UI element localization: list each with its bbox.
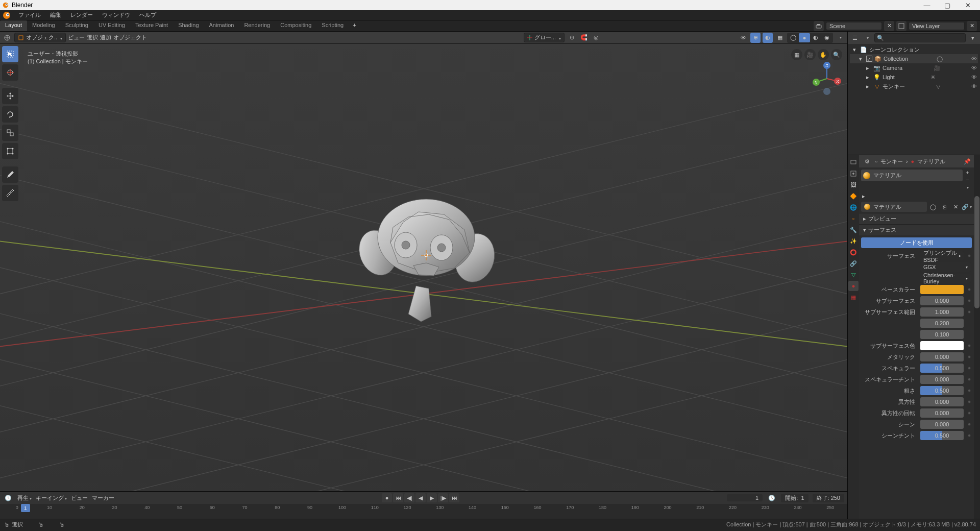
window-maximize-button[interactable]: ▢ — [937, 2, 958, 9]
gizmo-toggle-icon[interactable]: ⊕ — [750, 33, 761, 43]
specular-tint-slider[interactable]: 0.000 — [920, 375, 964, 384]
frame-start-field[interactable]: 開始: 1 — [781, 494, 808, 502]
viewlayer-name-field[interactable]: View Layer — [909, 22, 965, 30]
panel-surface[interactable]: ▾ サーフェス — [859, 224, 974, 235]
props-tab-particles[interactable]: ✨ — [848, 236, 859, 246]
outliner-editor-type-icon[interactable]: ☰ — [850, 33, 860, 43]
props-tab-texture[interactable]: ▦ — [848, 292, 859, 302]
jump-next-key-icon[interactable]: |▶ — [438, 493, 448, 502]
toggle-camera-icon[interactable]: 🎥 — [804, 49, 816, 60]
disclosure-icon[interactable]: ▸ — [864, 74, 871, 81]
visibility-icon[interactable]: 👁 — [738, 33, 748, 43]
roughness-slider[interactable]: 0.500 — [920, 386, 964, 395]
pivot-icon[interactable]: ⊙ — [567, 33, 577, 43]
props-tab-output[interactable] — [848, 168, 859, 179]
node-socket-icon[interactable] — [968, 423, 971, 426]
play-icon[interactable]: ▶ — [427, 493, 437, 502]
tab-shading[interactable]: Shading — [173, 20, 204, 31]
overlay-toggle-icon[interactable]: ◐ — [763, 33, 773, 43]
sheen-slider[interactable]: 0.000 — [920, 420, 964, 429]
pan-icon[interactable]: ✋ — [818, 49, 829, 60]
camera-data-icon[interactable]: 🎥 — [934, 65, 941, 71]
material-name-field[interactable]: マテリアル — [861, 202, 927, 212]
node-socket-icon[interactable] — [968, 355, 971, 358]
node-socket-icon[interactable] — [968, 400, 971, 403]
tab-add-button[interactable]: + — [349, 20, 360, 31]
shading-solid-icon[interactable]: ● — [799, 33, 810, 42]
props-tab-scene[interactable]: 🔶 — [848, 191, 859, 201]
disclosure-icon[interactable]: ▾ — [851, 46, 858, 53]
material-slot[interactable]: マテリアル — [861, 170, 963, 181]
scene-browse-icon[interactable] — [814, 21, 824, 31]
props-tab-viewlayer[interactable]: 🖼 — [848, 180, 859, 190]
tool-transform[interactable] — [2, 143, 18, 159]
disclosure-icon[interactable]: ▾ — [857, 55, 864, 62]
props-tab-modifiers[interactable]: 🔧 — [848, 225, 859, 235]
properties-scrollbar[interactable] — [974, 155, 980, 519]
exclude-icon[interactable]: ◯ — [937, 56, 943, 62]
scene-name-field[interactable]: Scene — [826, 22, 882, 30]
node-socket-icon[interactable] — [968, 344, 971, 347]
tab-modeling[interactable]: Modeling — [27, 20, 60, 31]
material-new-icon[interactable]: ◯ — [928, 202, 938, 212]
outliner-scene-collection[interactable]: ▾ 📄 シーンコレクション — [850, 45, 978, 54]
material-slot-expand[interactable]: ▸ — [862, 193, 865, 199]
surface-shader-dropdown[interactable]: プリンシプルBSDF• — [920, 251, 964, 260]
node-socket-icon[interactable] — [968, 299, 971, 302]
breadcrumb-material[interactable]: マテリアル — [917, 158, 945, 165]
shading-options-icon[interactable] — [835, 33, 845, 43]
props-tab-data[interactable]: ▽ — [848, 270, 859, 280]
outliner-item-camera[interactable]: ▸ 📷 Camera 🎥 👁 — [850, 63, 978, 73]
editor-type-icon[interactable] — [2, 33, 12, 43]
tab-compositing[interactable]: Compositing — [275, 20, 316, 31]
timeline-menu-playback[interactable]: 再生 — [17, 494, 32, 502]
header-menu-select[interactable]: 選択 — [87, 34, 98, 41]
timeline-clock-icon[interactable]: 🕓 — [767, 493, 777, 503]
timeline-menu-keying[interactable]: キーイング — [36, 494, 67, 502]
sss-method-dropdown[interactable]: Christensen-Burley▾ — [920, 274, 971, 283]
timeline-menu-marker[interactable]: マーカー — [92, 494, 114, 502]
node-socket-icon[interactable] — [968, 389, 971, 392]
subsurface-slider[interactable]: 0.000 — [920, 296, 964, 305]
scene-new-icon[interactable]: ✕ — [884, 21, 894, 31]
material-node-tree-icon[interactable]: 🔗 — [962, 202, 972, 212]
window-close-button[interactable]: ✕ — [958, 2, 978, 9]
camera-view-icon[interactable]: ▦ — [791, 49, 802, 60]
outliner-display-mode[interactable] — [862, 33, 872, 43]
node-socket-icon[interactable] — [968, 378, 971, 381]
timeline-editor-type-icon[interactable]: 🕓 — [3, 493, 13, 503]
xray-icon[interactable]: ▦ — [775, 33, 785, 43]
frame-end-field[interactable]: 終了: 250 — [813, 494, 844, 502]
jump-prev-key-icon[interactable]: ◀| — [404, 493, 414, 502]
props-tab-constraints[interactable]: 🔗 — [848, 258, 859, 269]
timeline-playhead[interactable]: 1 — [21, 504, 30, 512]
material-unlink-icon[interactable]: ✕ — [950, 202, 961, 212]
tool-rotate[interactable] — [2, 106, 18, 123]
eye-icon[interactable]: 👁 — [971, 83, 977, 89]
mode-selector[interactable]: オブジェク.. — [14, 33, 66, 42]
zoom-icon[interactable]: 🔍 — [831, 49, 842, 60]
tab-sculpting[interactable]: Sculpting — [60, 20, 93, 31]
mesh-data-icon[interactable]: ▽ — [936, 83, 940, 90]
tab-scripting[interactable]: Scripting — [316, 20, 349, 31]
current-frame-field[interactable]: 1 — [727, 494, 763, 501]
header-menu-view[interactable]: ビュー — [68, 34, 85, 41]
jump-start-icon[interactable]: ⏮ — [393, 493, 403, 502]
tab-uv-editing[interactable]: UV Editing — [93, 20, 130, 31]
menu-window[interactable]: ウィンドウ — [98, 10, 134, 20]
shading-lookdev-icon[interactable]: ◐ — [810, 33, 821, 42]
outliner-item-light[interactable]: ▸ 💡 Light ☀ 👁 — [850, 73, 978, 82]
material-slot-menu[interactable] — [966, 184, 973, 190]
node-socket-icon[interactable] — [968, 310, 971, 313]
node-socket-icon[interactable] — [968, 412, 971, 415]
header-menu-add[interactable]: 追加 — [100, 34, 111, 41]
base-color-swatch[interactable] — [920, 285, 964, 294]
props-editor-type-icon[interactable]: ⚙ — [862, 156, 872, 166]
viewlayer-new-icon[interactable]: ✕ — [967, 21, 977, 31]
sheen-tint-slider[interactable]: 0.500 — [920, 431, 964, 440]
material-copy-icon[interactable]: ⎘ — [939, 202, 949, 212]
node-socket-icon[interactable] — [968, 367, 971, 370]
props-tab-material[interactable]: ● — [848, 281, 859, 291]
sss-color-swatch[interactable] — [920, 341, 964, 350]
eye-icon[interactable]: 👁 — [971, 74, 977, 80]
